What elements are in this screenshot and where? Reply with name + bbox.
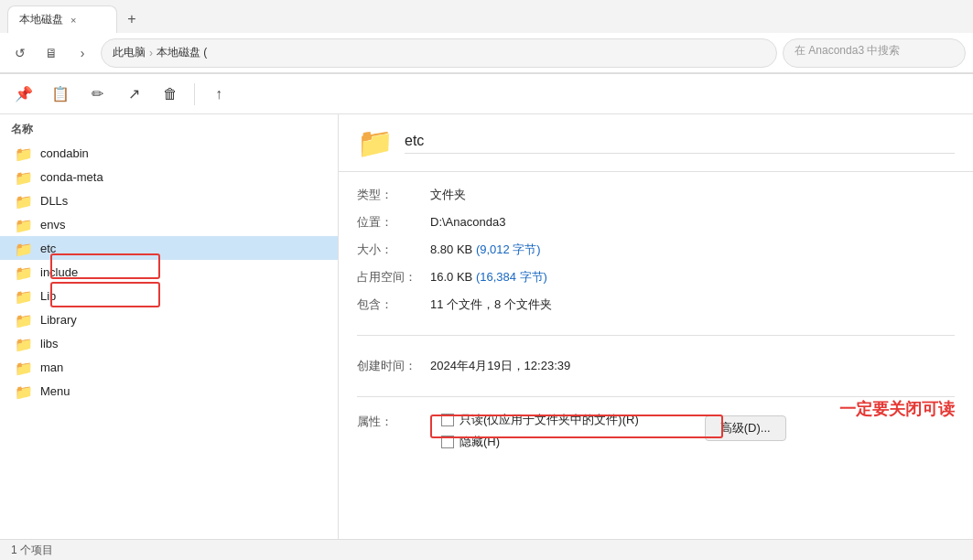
nav-bar: ↺ 🖥 › 此电脑 › 本地磁盘 ( 在 Anaconda3 中搜索 (0, 33, 973, 73)
disk-size-bytes: (16,384 字节) (476, 270, 547, 284)
hidden-checkbox[interactable] (441, 436, 454, 448)
share-icon: ↗ (128, 85, 140, 102)
folder-icon (15, 336, 33, 350)
pin-button[interactable]: 📌 (7, 78, 40, 111)
file-item-name: man (40, 361, 63, 374)
pc-icon: 🖥 (45, 46, 58, 60)
tab-close-btn[interactable]: × (70, 15, 76, 26)
arrow-icon: › (81, 46, 85, 60)
tab-label: 本地磁盘 (19, 12, 63, 27)
status-text: 1 个项目 (11, 543, 53, 558)
contains-row: 包含： 11 个文件，8 个文件夹 (357, 291, 955, 318)
file-item-etc[interactable]: etc (0, 236, 338, 260)
divider (357, 335, 955, 336)
hidden-checkbox-label: 隐藏(H) (459, 434, 500, 450)
file-item-name: etc (40, 242, 56, 255)
file-item-libs[interactable]: libs (0, 331, 338, 355)
attrs-row: 属性： 只读(仅应用于文件夹中的文件)(R) 隐藏(H) 高级(D)... (357, 412, 955, 450)
folder-icon (15, 169, 33, 184)
main-content: 名称 condabin conda-meta DLLs envs etc inc (0, 114, 973, 539)
folder-icon (15, 383, 33, 398)
folder-icon (15, 360, 33, 374)
disk-size-label: 占用空间： (357, 269, 430, 285)
tab-bar: 本地磁盘 × + (0, 0, 973, 33)
file-item-condabin[interactable]: condabin (0, 141, 338, 165)
type-value: 文件夹 (430, 187, 955, 203)
props-folder-name: etc (405, 133, 955, 154)
address-bar[interactable]: 此电脑 › 本地磁盘 ( (101, 38, 777, 68)
pin-icon: 📌 (15, 85, 33, 102)
trash-icon: 🗑 (163, 86, 178, 102)
divider-2 (357, 396, 955, 397)
hidden-checkbox-row[interactable]: 隐藏(H) (441, 434, 639, 450)
toolbar-divider (194, 83, 195, 105)
file-item-include[interactable]: include (0, 260, 338, 284)
file-item-name: include (40, 265, 78, 279)
refresh-button[interactable]: ↺ (7, 40, 33, 66)
toolbar: 📌 📋 ✏ ↗ 🗑 ↑ (0, 74, 973, 114)
file-item-lib[interactable]: Lib (0, 284, 338, 307)
properties-panel: 一定要关闭可读 📁 etc 类型： 文件夹 位置： D:\Anaconda3 大… (339, 114, 973, 539)
share-button[interactable]: ↗ (117, 78, 150, 111)
folder-icon (15, 264, 33, 279)
disk-size-row: 占用空间： 16.0 KB (16,384 字节) (357, 264, 955, 291)
folder-icon (15, 241, 33, 255)
rename-button[interactable]: ✏ (81, 78, 114, 111)
file-item-name: condabin (40, 146, 89, 160)
path-2: 本地磁盘 ( (157, 45, 207, 60)
browser-chrome: 本地磁盘 × + ↺ 🖥 › 此电脑 › 本地磁盘 ( 在 Anaconda3 … (0, 0, 973, 74)
size-kb: 8.80 KB (430, 242, 476, 256)
readonly-checkbox[interactable] (441, 414, 454, 426)
dates-section: 创建时间： 2024年4月19日，12:23:39 (339, 343, 973, 389)
folder-icon (15, 193, 33, 208)
nav-arrow[interactable]: › (70, 40, 95, 66)
file-item-menu[interactable]: Menu (0, 379, 338, 403)
attrs-label: 属性： (357, 412, 430, 430)
created-value: 2024年4月19日，12:23:39 (430, 358, 955, 374)
file-item-dlls[interactable]: DLLs (0, 188, 338, 212)
props-table: 类型： 文件夹 位置： D:\Anaconda3 大小： 8.80 KB (9,… (339, 172, 973, 328)
size-bytes: (9,012 字节) (476, 242, 541, 256)
size-value: 8.80 KB (9,012 字节) (430, 242, 955, 258)
active-tab[interactable]: 本地磁盘 × (7, 5, 117, 33)
file-item-name: DLLs (40, 194, 68, 208)
folder-icon (15, 145, 33, 160)
file-item-name: conda-meta (40, 170, 103, 184)
status-bar: 1 个项目 (0, 539, 973, 560)
file-item-envs[interactable]: envs (0, 212, 338, 236)
contains-label: 包含： (357, 296, 430, 313)
file-item-conda-meta[interactable]: conda-meta (0, 165, 338, 188)
type-row: 类型： 文件夹 (357, 181, 955, 209)
disk-size-kb: 16.0 KB (430, 270, 476, 284)
created-label: 创建时间： (357, 358, 430, 374)
advanced-button[interactable]: 高级(D)... (705, 415, 786, 441)
pc-button[interactable]: 🖥 (38, 40, 64, 66)
trash-button[interactable]: 🗑 (154, 78, 187, 111)
up-icon: ↑ (215, 86, 222, 102)
new-tab-button[interactable]: + (121, 8, 143, 30)
folder-icon (15, 312, 33, 327)
file-panel: 名称 condabin conda-meta DLLs envs etc inc (0, 114, 339, 539)
created-row: 创建时间： 2024年4月19日，12:23:39 (357, 352, 955, 380)
disk-size-value: 16.0 KB (16,384 字节) (430, 269, 955, 285)
folder-icon (15, 217, 33, 232)
folder-icon (15, 288, 33, 303)
size-label: 大小： (357, 242, 430, 258)
location-row: 位置： D:\Anaconda3 (357, 209, 955, 236)
readonly-checkbox-row[interactable]: 只读(仅应用于文件夹中的文件)(R) (441, 412, 639, 428)
props-header: 📁 etc (339, 114, 973, 172)
location-label: 位置： (357, 214, 430, 231)
size-row: 大小： 8.80 KB (9,012 字节) (357, 236, 955, 264)
separator-1: › (149, 47, 153, 59)
location-value: D:\Anaconda3 (430, 215, 955, 229)
up-button[interactable]: ↑ (202, 78, 235, 111)
type-label: 类型： (357, 187, 430, 203)
copy-button[interactable]: 📋 (44, 78, 77, 111)
file-item-man[interactable]: man (0, 355, 338, 379)
path-1: 此电脑 (113, 45, 146, 60)
file-list-header: 名称 (0, 118, 338, 141)
search-bar[interactable]: 在 Anaconda3 中搜索 (783, 38, 966, 68)
file-item-library[interactable]: Library (0, 307, 338, 331)
attrs-section: 属性： 只读(仅应用于文件夹中的文件)(R) 隐藏(H) 高级(D)... (339, 404, 973, 458)
props-folder-icon: 📁 (357, 125, 394, 160)
